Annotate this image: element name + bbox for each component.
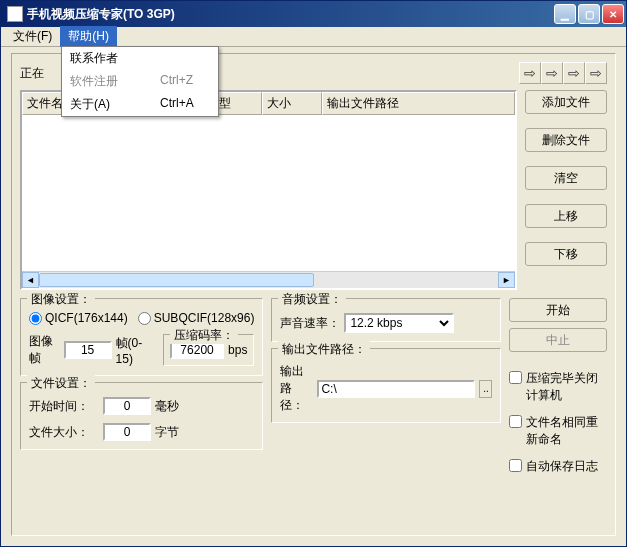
stop-button[interactable]: 中止 — [509, 328, 607, 352]
add-file-button[interactable]: 添加文件 — [525, 90, 607, 114]
audio-settings-group: 音频设置： 声音速率： 12.2 kbps — [271, 298, 501, 342]
scroll-thumb[interactable] — [39, 273, 314, 287]
scroll-right-icon[interactable]: ► — [498, 272, 515, 288]
col-size[interactable]: 大小 — [262, 92, 322, 115]
arrow-4[interactable]: ⇨ — [585, 62, 607, 84]
radio-qicf[interactable]: QICF(176x144) — [29, 311, 128, 325]
move-down-button[interactable]: 下移 — [525, 242, 607, 266]
help-dropdown: 联系作者 软件注册 Ctrl+Z 关于(A) Ctrl+A — [61, 46, 219, 117]
col-outpath[interactable]: 输出文件路径 — [322, 92, 515, 115]
clear-button[interactable]: 清空 — [525, 166, 607, 190]
list-body[interactable] — [22, 115, 515, 271]
move-up-button[interactable]: 上移 — [525, 204, 607, 228]
image-settings-group: 图像设置： QICF(176x144) SUBQCIF(128x96) 图像帧 … — [20, 298, 263, 376]
close-button[interactable]: ✕ — [602, 4, 624, 24]
arrow-3[interactable]: ⇨ — [563, 62, 585, 84]
menu-help[interactable]: 帮助(H) — [60, 26, 117, 47]
menu-register: 软件注册 Ctrl+Z — [62, 70, 218, 93]
menubar: 文件(F) 帮助(H) — [1, 27, 626, 47]
arrow-1[interactable]: ⇨ — [519, 62, 541, 84]
arrow-group: ⇨ ⇨ ⇨ ⇨ — [519, 62, 607, 84]
content: 正在 ⇨ ⇨ ⇨ ⇨ 文件名 类型 大小 输出文件路径 — [1, 47, 626, 546]
scroll-left-icon[interactable]: ◄ — [22, 272, 39, 288]
status-label: 正在 — [20, 65, 44, 82]
file-settings-group: 文件设置： 开始时间： 毫秒 文件大小： 字节 — [20, 382, 263, 450]
scrollbar-horizontal[interactable]: ◄ ► — [22, 271, 515, 288]
output-path-group: 输出文件路径： 输出路径： .. — [271, 348, 501, 423]
window-title: 手机视频压缩专家(TO 3GP) — [27, 6, 175, 23]
output-path-input[interactable] — [317, 380, 475, 398]
titlebar: 手机视频压缩专家(TO 3GP) ▁ ▢ ✕ — [1, 1, 626, 27]
app-icon — [7, 6, 23, 22]
app-window: 手机视频压缩专家(TO 3GP) ▁ ▢ ✕ 文件(F) 帮助(H) 联系作者 … — [0, 0, 627, 547]
start-button[interactable]: 开始 — [509, 298, 607, 322]
audio-rate-select[interactable]: 12.2 kbps — [344, 313, 454, 333]
menu-file[interactable]: 文件(F) — [5, 26, 60, 47]
file-list[interactable]: 文件名 类型 大小 输出文件路径 ◄ ► — [20, 90, 517, 290]
menu-about[interactable]: 关于(A) Ctrl+A — [62, 93, 218, 116]
radio-subqcif[interactable]: SUBQCIF(128x96) — [138, 311, 255, 325]
minimize-button[interactable]: ▁ — [554, 4, 576, 24]
image-frame-input[interactable] — [64, 341, 112, 359]
browse-button[interactable]: .. — [479, 380, 492, 398]
check-savelog[interactable]: 自动保存日志 — [509, 458, 607, 475]
check-rename[interactable]: 文件名相同重新命名 — [509, 414, 607, 448]
arrow-2[interactable]: ⇨ — [541, 62, 563, 84]
start-time-input[interactable] — [103, 397, 151, 415]
maximize-button[interactable]: ▢ — [578, 4, 600, 24]
file-size-input[interactable] — [103, 423, 151, 441]
check-shutdown[interactable]: 压缩完毕关闭计算机 — [509, 370, 607, 404]
delete-file-button[interactable]: 删除文件 — [525, 128, 607, 152]
menu-contact-author[interactable]: 联系作者 — [62, 47, 218, 70]
